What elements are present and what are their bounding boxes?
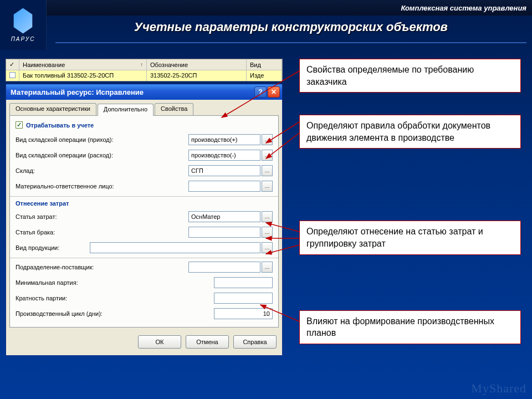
- store-input[interactable]: [188, 165, 260, 176]
- titlebar: Материальный ресурс: Исправление ? ✕: [6, 84, 282, 100]
- tabstrip: Основные характеристики Дополнительно Св…: [6, 100, 282, 115]
- mol-label: Материально-ответственное лицо:: [16, 183, 188, 190]
- mol-input[interactable]: [188, 181, 260, 192]
- window-title: Материальный ресурс: Исправление: [11, 88, 144, 96]
- defect-item-lookup-button[interactable]: …: [262, 227, 273, 238]
- op-in-label: Вид складской операции (приход):: [16, 136, 188, 143]
- op-out-lookup-button[interactable]: …: [262, 150, 273, 161]
- cell-code: 313502-25-20СП: [147, 70, 247, 81]
- checkbox-label: Отрабатывать в учете: [26, 122, 94, 129]
- product-kind-lookup-button[interactable]: …: [262, 242, 273, 253]
- header-bar: Комплексная система управления: [0, 0, 532, 16]
- tab-panel: Отрабатывать в учете Вид складской опера…: [9, 115, 279, 328]
- callout-4: Влияют на формирование производственных …: [299, 310, 521, 344]
- cell-name: Бак топливный 313502-25-20СП: [19, 70, 147, 81]
- callouts: Свойства определяемые по требованию зака…: [299, 59, 521, 366]
- store-lookup-button[interactable]: …: [262, 165, 273, 176]
- mult-batch-input[interactable]: [214, 293, 273, 304]
- close-icon[interactable]: ✕: [268, 86, 280, 98]
- table-row[interactable]: Бак топливный 313502-25-20СП 313502-25-2…: [6, 70, 282, 81]
- table-header-row: ✓ Наименование Обозначение Вид: [6, 59, 282, 70]
- cost-item-input[interactable]: [188, 211, 260, 222]
- callout-1: Свойства определяемые по требованию зака…: [299, 59, 521, 93]
- header-subtitle: Комплексная система управления: [401, 4, 526, 12]
- op-in-lookup-button[interactable]: …: [262, 134, 273, 145]
- defect-item-input[interactable]: [188, 227, 260, 238]
- op-out-label: Вид складской операции (расход):: [16, 152, 188, 158]
- supplier-lookup-button[interactable]: …: [262, 262, 273, 273]
- logo-text: ПАРУС: [11, 36, 35, 42]
- cancel-button[interactable]: Отмена: [186, 335, 229, 349]
- cycle-input[interactable]: [214, 308, 273, 319]
- min-batch-input[interactable]: [214, 277, 273, 288]
- min-batch-label: Минимальная партия:: [16, 279, 214, 286]
- page-title: Учетные параметры конструкторских объект…: [55, 20, 526, 43]
- process-in-accounting-checkbox[interactable]: Отрабатывать в учете: [16, 121, 273, 129]
- cost-item-lookup-button[interactable]: …: [262, 211, 273, 222]
- store-label: Склад:: [16, 167, 188, 174]
- ok-button[interactable]: ОК: [138, 335, 181, 349]
- defect-item-label: Статья брака:: [16, 229, 188, 236]
- mol-lookup-button[interactable]: …: [262, 181, 273, 192]
- cell-kind: Изде: [247, 70, 282, 81]
- supplier-input[interactable]: [188, 262, 260, 273]
- column-kind[interactable]: Вид: [247, 59, 282, 70]
- tab-main[interactable]: Основные характеристики: [9, 103, 96, 115]
- group-cost-title: Отнесение затрат: [16, 200, 273, 207]
- column-check[interactable]: ✓: [6, 59, 19, 70]
- op-in-input[interactable]: [188, 134, 260, 145]
- column-name[interactable]: Наименование: [19, 59, 147, 70]
- watermark: MyShared: [471, 381, 526, 396]
- supplier-label: Подразделение-поставщик:: [16, 264, 188, 270]
- callout-3: Определяют отнесение на статью затрат и …: [299, 221, 521, 254]
- column-code[interactable]: Обозначение: [147, 59, 247, 70]
- op-out-input[interactable]: [188, 150, 260, 161]
- callout-2: Определяют правила обработки документов …: [299, 115, 521, 149]
- tab-properties[interactable]: Свойства: [155, 103, 193, 115]
- logo-icon: [12, 8, 34, 34]
- row-checkbox-icon[interactable]: [9, 72, 16, 78]
- product-kind-label: Вид продукции:: [16, 244, 90, 251]
- help-button[interactable]: Справка: [233, 335, 277, 349]
- dialog-buttons: ОК Отмена Справка: [6, 331, 282, 355]
- mult-batch-label: Кратность партии:: [16, 295, 214, 301]
- logo-block: ПАРУС: [0, 0, 47, 50]
- help-icon[interactable]: ?: [254, 86, 267, 98]
- data-table: ✓ Наименование Обозначение Вид Бак топли…: [6, 59, 283, 81]
- tab-additional[interactable]: Дополнительно: [98, 104, 154, 116]
- product-kind-input[interactable]: [90, 242, 260, 253]
- cycle-label: Производственный цикл (дни):: [16, 310, 214, 317]
- app-area: ✓ Наименование Обозначение Вид Бак топли…: [6, 59, 283, 356]
- cost-item-label: Статья затрат:: [16, 213, 188, 220]
- dialog-window: Материальный ресурс: Исправление ? ✕ Осн…: [6, 84, 283, 356]
- checkbox-icon: [16, 121, 23, 129]
